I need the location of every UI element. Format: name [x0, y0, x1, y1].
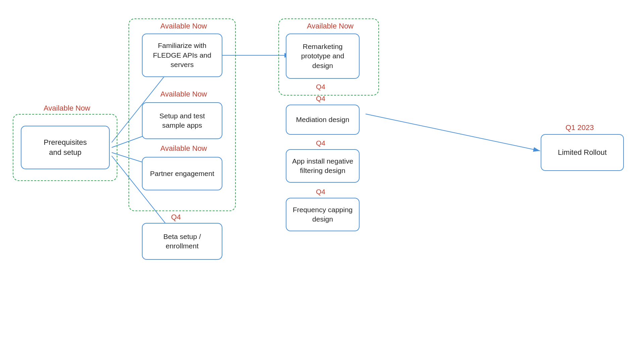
node-beta-label: Beta setup /enrollment [163, 232, 201, 251]
label-frequency-status: Q4 [316, 188, 325, 196]
label-familiarize-group-status: Available Now [160, 22, 207, 31]
node-partner-label: Partner engagement [150, 169, 214, 178]
node-prerequisites-label: Prerequisitesand setup [44, 137, 87, 157]
node-frequency-label: Frequency cappingdesign [293, 205, 353, 224]
node-prerequisites: Prerequisitesand setup [21, 126, 110, 169]
node-app-install: App install negativefiltering design [286, 149, 360, 183]
node-mediation-label: Mediation design [296, 115, 350, 124]
svg-line-6 [366, 114, 540, 151]
label-mediation-status: Q4 [316, 95, 325, 103]
node-app-install-label: App install negativefiltering design [292, 157, 353, 176]
label-remarketing-q4: Q4 [316, 83, 325, 91]
node-setup-test: Setup and testsample apps [142, 102, 222, 139]
label-setup-test-status: Available Now [160, 90, 207, 99]
label-limited-rollout-status: Q1 2023 [566, 123, 594, 132]
node-remarketing-label: Remarketingprototype anddesign [301, 42, 344, 70]
node-familiarize: Familiarize withFLEDGE APIs andservers [142, 34, 222, 77]
node-frequency: Frequency cappingdesign [286, 198, 360, 231]
node-limited-rollout-label: Limited Rollout [558, 147, 607, 158]
node-limited-rollout: Limited Rollout [541, 134, 624, 171]
node-partner: Partner engagement [142, 157, 222, 190]
node-remarketing: Remarketingprototype anddesign [286, 34, 360, 79]
node-setup-test-label: Setup and testsample apps [159, 111, 205, 130]
label-app-install-status: Q4 [316, 139, 325, 147]
node-familiarize-label: Familiarize withFLEDGE APIs andservers [153, 41, 211, 69]
label-remarketing-group-status: Available Now [307, 22, 354, 31]
label-partner-status: Available Now [160, 144, 207, 153]
node-beta: Beta setup /enrollment [142, 223, 222, 260]
label-prereq-status: Available Now [44, 104, 90, 113]
label-beta-status: Q4 [171, 213, 181, 222]
node-mediation: Mediation design [286, 105, 360, 135]
